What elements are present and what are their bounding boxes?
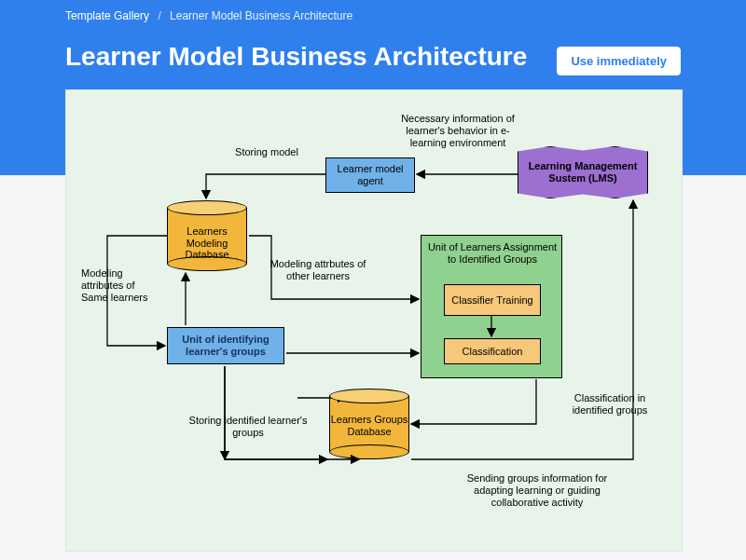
label-storing-identified: Storing identified learner's groups xyxy=(178,415,318,439)
label-storing-model: Storing model xyxy=(225,146,309,158)
node-unit-assignment-group: Unit of Learners Assignment to Identifie… xyxy=(421,235,562,378)
label-classification-in: Classification in identified groups xyxy=(559,392,661,417)
breadcrumb-current: Learner Model Business Architecture xyxy=(170,9,352,22)
node-learners-groups-db-label: Learners Groups Database xyxy=(329,414,409,437)
node-classifier-training-label: Classifier Training xyxy=(451,294,532,307)
node-unit-identifying-label: Unit of identifying learner's groups xyxy=(172,334,280,357)
diagram-canvas: Learning Management Sustem (LMS) Learner… xyxy=(65,89,683,552)
node-learners-modeling-db-label: Learners Modeling Database xyxy=(167,225,247,261)
node-learner-model-agent: Learner model agent xyxy=(325,157,415,193)
page: Template Gallery / Learner Model Busines… xyxy=(0,0,746,560)
label-modeling-same: Modeling attributes of Same learners xyxy=(81,267,159,305)
node-lms: Learning Management Sustem (LMS) xyxy=(518,146,648,198)
label-modeling-other: Modeling attrbutes of other learners xyxy=(262,258,374,282)
node-learner-model-agent-label: Learner model agent xyxy=(330,163,410,186)
node-classification-label: Classification xyxy=(463,346,523,358)
label-necessary-info: Necessary information of learner's behav… xyxy=(393,113,523,150)
label-sending-groups: Sending groups information for adapting … xyxy=(458,472,616,510)
node-classifier-training: Classifier Training xyxy=(444,284,541,316)
node-classification: Classification xyxy=(444,338,541,364)
node-lms-label: Learning Management Sustem (LMS) xyxy=(526,160,640,184)
page-title: Learner Model Business Architecture xyxy=(65,42,527,72)
breadcrumb-root-link[interactable]: Template Gallery xyxy=(65,9,149,22)
breadcrumb: Template Gallery / Learner Model Busines… xyxy=(65,9,352,22)
node-unit-identifying: Unit of identifying learner's groups xyxy=(167,327,284,364)
node-unit-assignment-title: Unit of Learners Assignment to Identifie… xyxy=(427,241,558,266)
breadcrumb-separator: / xyxy=(158,9,160,22)
use-immediately-button[interactable]: Use immediately xyxy=(557,47,681,75)
